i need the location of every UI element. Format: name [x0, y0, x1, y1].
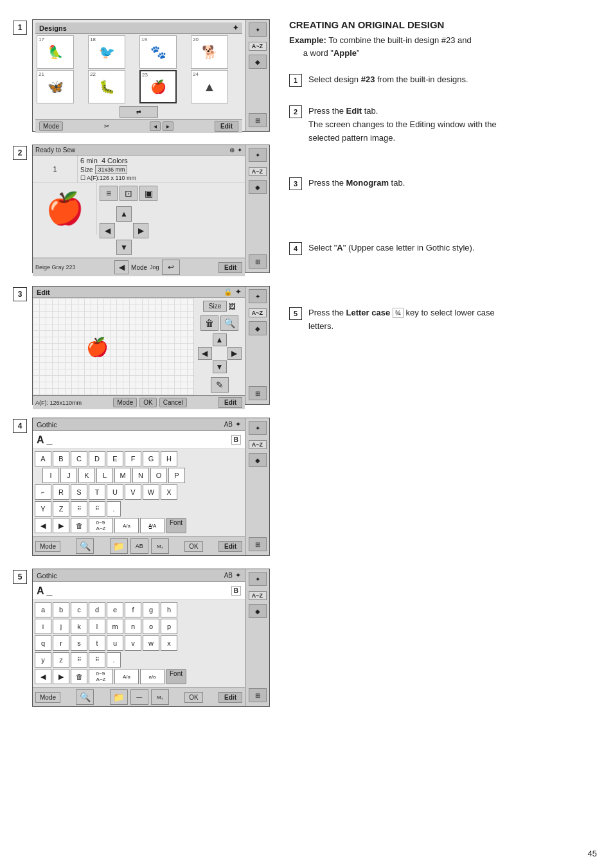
key-grid2[interactable]: ⠿ — [89, 501, 105, 517]
sidebar-az-1[interactable]: A~Z — [249, 42, 267, 51]
mode-button-1[interactable]: Mode — [39, 121, 63, 131]
sidebar-az-5[interactable]: A~Z — [249, 591, 267, 600]
key-M[interactable]: M — [114, 468, 131, 483]
mode-btn-5[interactable]: Mode — [35, 692, 60, 703]
key-grid1-lower[interactable]: ⠿ — [71, 652, 87, 668]
sidebar-icon-2[interactable]: ✦ — [249, 148, 267, 162]
sidebar-az-3[interactable]: A~Z — [249, 308, 267, 317]
left-arrow-2[interactable]: ◀ — [114, 260, 129, 274]
font-btn-5[interactable]: Font — [166, 669, 186, 684]
key-u[interactable]: u — [107, 635, 123, 651]
design-cell-24[interactable]: 24 ▲ — [191, 70, 228, 103]
edit-arrow-right[interactable]: ▶ — [227, 347, 242, 360]
key-d[interactable]: d — [89, 602, 105, 617]
key-C[interactable]: C — [71, 451, 87, 466]
key-dot-4[interactable]: . — [107, 501, 121, 517]
key-V[interactable]: V — [125, 484, 141, 500]
key-R[interactable]: R — [53, 484, 69, 500]
sidebar-icon-3[interactable]: ✦ — [249, 289, 267, 303]
key-p[interactable]: p — [161, 619, 177, 634]
key-T[interactable]: T — [89, 484, 105, 500]
key-I[interactable]: I — [42, 468, 59, 483]
mode-btn-3[interactable]: Mode — [113, 398, 137, 407]
key-j[interactable]: j — [53, 619, 69, 634]
design-cell-21[interactable]: 21 🦋 — [37, 70, 74, 103]
key-K[interactable]: K — [78, 468, 95, 483]
undo-btn[interactable]: ↩ — [162, 260, 180, 275]
key-g[interactable]: g — [143, 602, 159, 617]
arrow-down[interactable]: ▼ — [116, 240, 132, 255]
ok-btn-4[interactable]: OK — [184, 541, 202, 552]
key-t[interactable]: t — [89, 635, 105, 651]
sidebar-resize-5[interactable]: ⊞ — [249, 688, 267, 702]
key-z[interactable]: z — [53, 652, 69, 668]
cancel-btn-3[interactable]: Cancel — [159, 398, 187, 407]
key-Q-icon[interactable]: ⌐ — [35, 484, 51, 500]
key-X[interactable]: X — [161, 484, 177, 500]
key-O[interactable]: O — [150, 468, 167, 483]
folder-btn-5[interactable]: 📁 — [110, 689, 128, 705]
key-left-4[interactable]: ◀ — [35, 518, 51, 533]
arrow-left-2[interactable]: ◀ — [100, 223, 115, 238]
sidebar-resize-1[interactable]: ⊞ — [249, 113, 267, 127]
key-09-az-5[interactable]: 0~9A~Z — [89, 669, 113, 684]
key-q[interactable]: q — [35, 635, 51, 651]
key-N[interactable]: N — [132, 468, 149, 483]
key-P[interactable]: P — [168, 468, 185, 483]
key-b[interactable]: b — [53, 602, 69, 617]
ab-folder-5[interactable]: — — [130, 689, 148, 705]
sidebar-icon-1[interactable]: ✦ — [249, 22, 267, 37]
key-W[interactable]: W — [143, 484, 159, 500]
key-G[interactable]: G — [143, 451, 159, 466]
design-cell-19[interactable]: 19 🐾 — [139, 35, 177, 69]
key-letter-case-4[interactable]: A/a — [114, 518, 139, 533]
sidebar-az-4[interactable]: A~Z — [249, 440, 267, 449]
edit-extra-btn[interactable]: ✎ — [211, 377, 229, 393]
edit-button-2[interactable]: Edit — [218, 262, 242, 273]
search-btn-4[interactable]: 🔍 — [76, 538, 94, 554]
edit-button-5[interactable]: Edit — [218, 692, 242, 703]
key-letter-case-5[interactable]: A/a — [114, 669, 139, 684]
key-n[interactable]: n — [125, 619, 141, 634]
key-right-4[interactable]: ▶ — [53, 518, 69, 533]
ctrl-btn-a[interactable]: ≡ — [100, 186, 118, 201]
edit-arrow-down[interactable]: ▼ — [213, 360, 227, 373]
sidebar-resize-3[interactable]: ⊞ — [249, 386, 267, 400]
key-B[interactable]: B — [53, 451, 69, 466]
key-J[interactable]: J — [60, 468, 77, 483]
nav-right-1[interactable]: ▸ — [163, 121, 173, 131]
key-Y[interactable]: Y — [35, 501, 51, 517]
key-E[interactable]: E — [107, 451, 123, 466]
scroll-bar[interactable]: ⇄ — [120, 106, 158, 118]
key-U[interactable]: U — [107, 484, 123, 500]
sidebar-icon-4[interactable]: ✦ — [249, 421, 267, 435]
edit-arrow-left[interactable]: ◀ — [198, 347, 212, 360]
edit-button-3[interactable]: Edit — [218, 397, 242, 408]
sidebar-diamond-3[interactable]: ◆ — [249, 321, 267, 335]
sidebar-diamond-1[interactable]: ◆ — [249, 55, 267, 69]
design-cell-18[interactable]: 18 🐦 — [88, 35, 125, 69]
key-grid1[interactable]: ⠿ — [71, 501, 87, 517]
sidebar-diamond-5[interactable]: ◆ — [249, 604, 267, 618]
key-h[interactable]: h — [161, 602, 177, 617]
key-trash-5[interactable]: 🗑 — [71, 669, 87, 684]
key-S[interactable]: S — [71, 484, 87, 500]
font-btn-4[interactable]: Font — [166, 518, 186, 533]
folder-btn-4[interactable]: 📁 — [110, 538, 128, 554]
edit-button-1[interactable]: Edit — [215, 121, 238, 132]
ms-btn-4[interactable]: Mₛ — [151, 538, 169, 554]
key-v[interactable]: v — [125, 635, 141, 651]
search-btn-5[interactable]: 🔍 — [76, 689, 94, 705]
edit-arrow-up[interactable]: ▲ — [213, 333, 227, 346]
key-c[interactable]: c — [71, 602, 87, 617]
ctrl-btn-b[interactable]: ⊡ — [120, 186, 138, 201]
key-A[interactable]: A — [35, 451, 51, 466]
ms-btn-5[interactable]: Mₛ — [151, 689, 169, 705]
key-D[interactable]: D — [89, 451, 105, 466]
design-cell-22[interactable]: 22 🐛 — [88, 70, 125, 103]
key-big-A-4[interactable]: A̲/A — [140, 518, 164, 533]
sidebar-resize-4[interactable]: ⊞ — [249, 537, 267, 551]
sidebar-icon-5[interactable]: ✦ — [249, 572, 267, 586]
arrow-right-2[interactable]: ▶ — [133, 223, 148, 238]
key-f[interactable]: f — [125, 602, 141, 617]
